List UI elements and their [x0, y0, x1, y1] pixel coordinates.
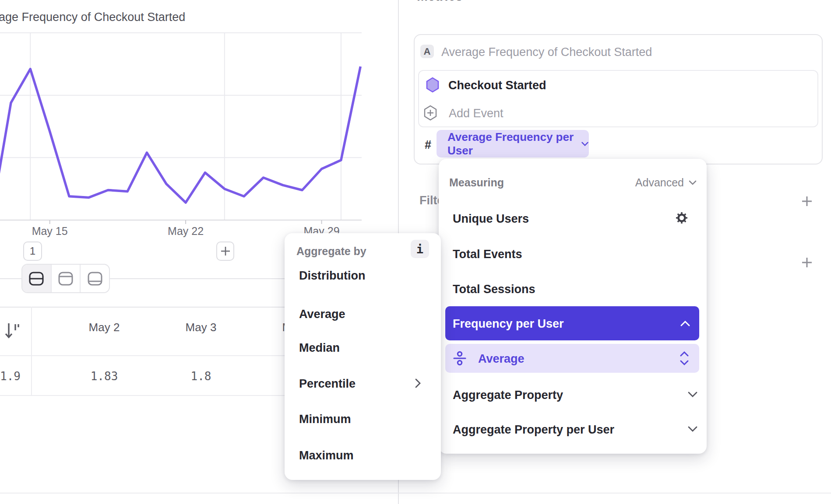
- view-split-rows-button[interactable]: [22, 265, 51, 292]
- plus-icon: [801, 256, 813, 269]
- menu-item-unique-users[interactable]: Unique Users: [453, 212, 529, 226]
- menu-item-distribution[interactable]: Distribution: [299, 269, 365, 283]
- advanced-dropdown[interactable]: Advanced: [635, 176, 697, 189]
- measurement-dropdown[interactable]: Average Frequency per User: [437, 130, 589, 158]
- bottom-border: [0, 493, 831, 494]
- average-divide-icon: [453, 351, 467, 366]
- add-filter-button[interactable]: [801, 195, 813, 207]
- info-button[interactable]: i: [411, 240, 429, 258]
- chevron-right-icon: [414, 378, 421, 388]
- menu-item-aggregate-property-per-user[interactable]: Aggregate Property per User: [453, 423, 614, 437]
- table-cell-may3: 1.8: [157, 370, 245, 383]
- menu-item-maximum[interactable]: Maximum: [299, 449, 354, 462]
- menu-item-frequency-per-user[interactable]: Frequency per User: [445, 306, 699, 340]
- menu-item-median[interactable]: Median: [299, 341, 340, 355]
- event-hexagon-icon: [426, 77, 440, 93]
- metric-title[interactable]: Average Frequency of Checkout Started: [441, 46, 652, 59]
- chart-line-series[interactable]: [0, 66, 360, 216]
- metric-letter-badge: A: [420, 45, 434, 58]
- event-name[interactable]: Checkout Started: [448, 79, 546, 92]
- chevron-down-icon: [581, 140, 589, 147]
- footer-row-icon: [87, 271, 103, 286]
- number-format-symbol: #: [425, 138, 431, 152]
- table-header-may2[interactable]: May 2: [60, 321, 148, 334]
- advanced-label: Advanced: [635, 176, 684, 189]
- table-cell-clipped-left: 1.9: [0, 370, 20, 383]
- menu-item-aggregate-property[interactable]: Aggregate Property: [453, 388, 563, 402]
- x-axis-label: May 22: [155, 225, 216, 238]
- sub-selected-label: Average: [478, 352, 525, 366]
- chevron-down-icon: [687, 391, 698, 398]
- plus-icon: [801, 195, 813, 207]
- pagination-badge[interactable]: 1: [23, 242, 42, 261]
- menu-item-total-sessions[interactable]: Total Sessions: [453, 283, 535, 296]
- chevron-up-icon: [680, 320, 690, 327]
- view-footer-button[interactable]: [80, 265, 109, 292]
- add-breakdown-button[interactable]: [801, 256, 813, 269]
- measuring-popover: Measuring Advanced Unique Users Total Ev…: [439, 159, 707, 454]
- view-toggle: [21, 264, 110, 293]
- selected-label: Frequency per User: [453, 317, 564, 331]
- add-event-button[interactable]: Add Event: [449, 107, 504, 120]
- metrics-heading: Metrics: [417, 0, 463, 4]
- up-down-chevron-icon: [679, 350, 690, 366]
- aggregate-by-label: Aggregate by: [296, 245, 366, 258]
- split-rows-icon: [28, 271, 45, 286]
- menu-item-percentile[interactable]: Percentile: [299, 377, 356, 391]
- header-row-icon: [57, 271, 74, 286]
- table-column-divider: [31, 307, 32, 395]
- aggregate-by-popover: Aggregate by i Distribution Average Medi…: [285, 233, 441, 480]
- chevron-down-icon: [687, 426, 698, 433]
- plus-icon: [220, 245, 231, 257]
- line-chart-svg: [0, 0, 363, 226]
- add-event-hexagon-icon: [423, 105, 437, 121]
- line-chart: [0, 0, 363, 226]
- table-header-may3[interactable]: May 3: [157, 321, 245, 334]
- measurement-label: Average Frequency per User: [447, 130, 574, 158]
- table-cell-may2: 1.83: [60, 370, 148, 383]
- add-chart-button[interactable]: [216, 242, 234, 261]
- sort-button[interactable]: [4, 321, 20, 341]
- gear-icon[interactable]: [675, 211, 688, 224]
- sort-descending-icon: [4, 321, 20, 341]
- view-header-button[interactable]: [51, 265, 80, 292]
- menu-item-total-events[interactable]: Total Events: [453, 248, 522, 261]
- x-axis-label: May 15: [19, 225, 81, 238]
- menu-item-average[interactable]: Average: [299, 308, 345, 321]
- chevron-down-icon: [688, 180, 697, 186]
- menu-item-minimum[interactable]: Minimum: [299, 413, 351, 426]
- measuring-label: Measuring: [449, 176, 504, 189]
- menu-item-average[interactable]: Average: [445, 344, 699, 373]
